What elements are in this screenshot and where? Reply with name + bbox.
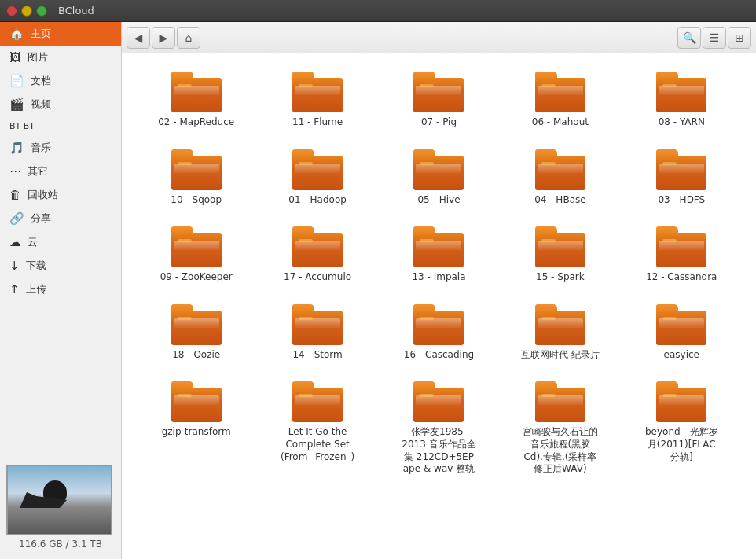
folder-icon bbox=[292, 226, 343, 267]
folder-tab-inner bbox=[662, 84, 677, 87]
back-icon: ◀ bbox=[134, 31, 143, 44]
folder-icon bbox=[413, 304, 464, 345]
list-item[interactable]: beyond - 光辉岁月(2011)[FLAC 分轨] bbox=[623, 375, 740, 481]
list-item[interactable]: 17 - Accumulo bbox=[259, 220, 376, 290]
folder-tab-inner bbox=[541, 394, 556, 397]
list-item[interactable]: 08 - YARN bbox=[623, 65, 740, 135]
sidebar-item-other[interactable]: ⋯ 其它 bbox=[0, 160, 121, 183]
folder-body bbox=[656, 78, 706, 112]
list-item[interactable]: 02 - MapReduce bbox=[138, 65, 255, 135]
documents-icon: 📄 bbox=[9, 74, 24, 88]
folder-body bbox=[413, 233, 464, 267]
list-item[interactable]: 06 - Mahout bbox=[501, 65, 618, 135]
list-item[interactable]: 04 - HBase bbox=[501, 143, 618, 213]
sidebar-item-label: 视频 bbox=[31, 97, 51, 112]
sidebar-item-upload[interactable]: ↑ 上传 bbox=[0, 278, 121, 301]
folder-tab-inner bbox=[420, 317, 434, 320]
list-item[interactable]: 12 - Cassandra bbox=[623, 220, 740, 290]
home-icon: 🏠 bbox=[9, 27, 24, 41]
sidebar-item-documents[interactable]: 📄 文档 bbox=[0, 69, 121, 93]
file-label: 14 - Storm bbox=[292, 349, 342, 362]
file-label: 15 - Spark bbox=[536, 271, 585, 284]
other-icon: ⋯ bbox=[9, 164, 21, 178]
list-item[interactable]: 03 - HDFS bbox=[623, 143, 740, 213]
file-label: 16 - Cascading bbox=[404, 349, 474, 362]
list-item[interactable]: 09 - ZooKeeper bbox=[138, 220, 255, 290]
folder-body bbox=[292, 311, 343, 345]
list-view-button[interactable]: ☰ bbox=[703, 27, 726, 49]
sidebar-item-home[interactable]: 🏠 主页 bbox=[0, 22, 121, 46]
folder-tab-inner bbox=[662, 162, 677, 165]
folder-icon bbox=[171, 72, 222, 112]
list-item[interactable]: 10 - Sqoop bbox=[138, 143, 255, 213]
bt-icon: BT BT bbox=[9, 121, 35, 131]
sidebar-item-music[interactable]: 🎵 音乐 bbox=[0, 136, 121, 160]
forward-button[interactable]: ▶ bbox=[152, 27, 175, 49]
folder-shine bbox=[174, 395, 219, 405]
upload-icon: ↑ bbox=[9, 282, 20, 296]
folder-tab-inner bbox=[178, 162, 192, 165]
sidebar-item-bt[interactable]: BT BT bbox=[0, 116, 121, 136]
list-item[interactable]: 张学友1985-2013 音乐作品全集 212CD+5EP ape & wav … bbox=[380, 375, 497, 481]
file-label: gzip-transform bbox=[162, 426, 231, 439]
thumbnail bbox=[6, 465, 112, 535]
list-item[interactable]: Let It Go the Complete Set (From _Frozen… bbox=[259, 375, 376, 481]
list-item[interactable]: 15 - Spark bbox=[501, 220, 618, 290]
sidebar-item-videos[interactable]: 🎬 视频 bbox=[0, 93, 121, 116]
list-item[interactable]: 01 - Hadoop bbox=[259, 143, 376, 213]
list-item[interactable]: 11 - Flume bbox=[259, 65, 376, 135]
folder-body bbox=[292, 233, 343, 267]
sidebar-item-label: 下载 bbox=[26, 259, 46, 273]
toolbar-right: 🔍 ☰ ⊞ bbox=[677, 27, 751, 49]
folder-body bbox=[292, 78, 343, 112]
folder-shine bbox=[538, 395, 583, 405]
minimize-button[interactable] bbox=[21, 6, 32, 17]
sidebar-item-label: 分享 bbox=[31, 211, 51, 226]
file-label: Let It Go the Complete Set (From _Frozen… bbox=[278, 426, 357, 463]
folder-body bbox=[292, 156, 343, 190]
list-item[interactable]: 16 - Cascading bbox=[380, 298, 497, 368]
sidebar-item-share[interactable]: 🔗 分享 bbox=[0, 207, 121, 230]
folder-icon bbox=[413, 149, 464, 190]
folder-body bbox=[535, 156, 585, 190]
list-item[interactable]: 07 - Pig bbox=[380, 65, 497, 135]
list-item[interactable]: 13 - Impala bbox=[380, 220, 497, 290]
sidebar-item-trash[interactable]: 🗑 回收站 bbox=[0, 183, 121, 207]
folder-body bbox=[171, 156, 222, 190]
folder-icon bbox=[292, 72, 343, 112]
list-item[interactable]: 互联网时代 纪录片 bbox=[501, 298, 618, 368]
list-item[interactable]: 05 - Hive bbox=[380, 143, 497, 213]
sidebar-item-cloud[interactable]: ☁ 云 bbox=[0, 230, 121, 254]
folder-tab-inner bbox=[299, 239, 313, 242]
folder-body bbox=[171, 78, 222, 112]
list-item[interactable]: gzip-transform bbox=[138, 375, 255, 481]
folder-tab-inner bbox=[178, 84, 192, 87]
file-label: 01 - Hadoop bbox=[288, 194, 347, 207]
file-label: 18 - Oozie bbox=[172, 349, 220, 362]
folder-tab-inner bbox=[662, 394, 677, 397]
folder-body bbox=[413, 388, 464, 422]
sidebar-item-download[interactable]: ↓ 下载 bbox=[0, 254, 121, 278]
titlebar: BCloud bbox=[0, 0, 756, 22]
folder-tab-inner bbox=[178, 317, 192, 320]
folder-body bbox=[171, 311, 222, 345]
list-icon: ☰ bbox=[710, 31, 720, 44]
list-item[interactable]: 14 - Storm bbox=[259, 298, 376, 368]
forward-icon: ▶ bbox=[160, 31, 168, 44]
thumbnail-image bbox=[8, 465, 111, 535]
grid-view-button[interactable]: ⊞ bbox=[728, 27, 751, 49]
close-button[interactable] bbox=[6, 6, 17, 17]
list-item[interactable]: 18 - Oozie bbox=[138, 298, 255, 368]
folder-body bbox=[171, 233, 222, 267]
file-label: easyice bbox=[664, 349, 699, 362]
back-button[interactable]: ◀ bbox=[127, 27, 150, 49]
maximize-button[interactable] bbox=[36, 6, 47, 17]
sidebar-item-pictures[interactable]: 🖼 图片 bbox=[0, 46, 121, 69]
file-label: 02 - MapReduce bbox=[158, 116, 234, 129]
sidebar-item-label: 云 bbox=[28, 235, 38, 249]
home-button[interactable]: ⌂ bbox=[177, 27, 200, 49]
search-button[interactable]: 🔍 bbox=[677, 27, 701, 49]
list-item[interactable]: 宫崎骏与久石让的音乐旅程(黑胶Cd).专辑.(采样率修正后WAV) bbox=[501, 375, 618, 481]
list-item[interactable]: easyice bbox=[623, 298, 740, 368]
cloud-icon: ☁ bbox=[9, 235, 21, 249]
